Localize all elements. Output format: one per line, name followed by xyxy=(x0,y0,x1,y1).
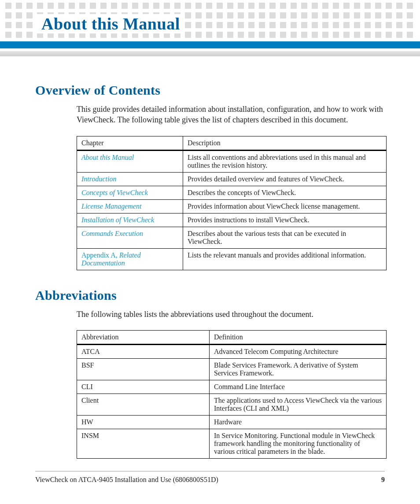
table-row: Concepts of ViewCheck Describes the conc… xyxy=(77,186,387,199)
abbreviations-table: Abbreviation Definition ATCA Advanced Te… xyxy=(77,330,387,459)
chapter-desc: Provides information about ViewCheck lic… xyxy=(183,199,387,213)
abbr-term: CLI xyxy=(77,380,210,394)
footer-page-number: 9 xyxy=(381,476,385,484)
overview-paragraph: This guide provides detailed information… xyxy=(77,104,385,125)
table-row: INSM In Service Monitoring. Functional m… xyxy=(77,429,387,458)
page-title-container: About this Manual xyxy=(37,14,184,33)
chapter-desc: Provides instructions to install ViewChe… xyxy=(183,213,387,227)
blue-divider-bar xyxy=(0,41,420,48)
abbr-def: Advanced Telecom Computing Architecture xyxy=(210,344,387,358)
section-heading-abbreviations: Abbreviations xyxy=(35,288,385,303)
table-row: HW Hardware xyxy=(77,415,387,429)
grey-divider-bar xyxy=(0,51,420,56)
abbr-term: INSM xyxy=(77,429,210,458)
chapter-link[interactable]: Installation of ViewCheck xyxy=(81,216,154,224)
table-row: About this Manual Lists all conventions … xyxy=(77,150,387,172)
chapter-link[interactable]: About this Manual xyxy=(81,154,134,161)
chapters-table: Chapter Description About this Manual Li… xyxy=(77,136,387,270)
footer-doc-title: ViewCheck on ATCA-9405 Installation and … xyxy=(35,476,218,484)
table-row: Introduction Provides detailed overview … xyxy=(77,172,387,186)
abbr-header-abbreviation: Abbreviation xyxy=(77,330,210,344)
chapter-link[interactable]: Introduction xyxy=(81,175,116,183)
table-row: ATCA Advanced Telecom Computing Architec… xyxy=(77,344,387,358)
abbr-term: ATCA xyxy=(77,344,210,358)
abbr-def: Command Line Interface xyxy=(210,380,387,394)
abbr-header-definition: Definition xyxy=(210,330,387,344)
table-row: Installation of ViewCheck Provides instr… xyxy=(77,213,387,227)
chapter-desc: Provides detailed overview and features … xyxy=(183,172,387,186)
chapter-desc: Describes the concepts of ViewCheck. xyxy=(183,186,387,199)
chapter-link[interactable]: Concepts of ViewCheck xyxy=(81,189,148,196)
page-title: About this Manual xyxy=(41,15,180,33)
table-row: Appendix A, Related Documentation Lists … xyxy=(77,248,387,270)
table-row: Commands Execution Describes about the v… xyxy=(77,227,387,248)
section-heading-overview: Overview of Contents xyxy=(35,83,385,98)
chapter-link-prefix: Appendix A, xyxy=(81,251,119,259)
abbr-term: BSF xyxy=(77,358,210,380)
chapter-link[interactable]: License Management xyxy=(81,202,141,210)
table-row: Client The applications used to Access V… xyxy=(77,394,387,415)
table-row: License Management Provides information … xyxy=(77,199,387,213)
abbr-def: Blade Services Framework. A derivative o… xyxy=(210,358,387,380)
abbr-def: Hardware xyxy=(210,415,387,429)
chapters-header-chapter: Chapter xyxy=(77,136,183,150)
chapter-desc: Lists all conventions and abbreviations … xyxy=(183,150,387,172)
table-row: CLI Command Line Interface xyxy=(77,380,387,394)
abbr-term: HW xyxy=(77,415,210,429)
chapters-header-description: Description xyxy=(183,136,387,150)
chapter-desc: Describes about the various tests that c… xyxy=(183,227,387,248)
chapter-link[interactable]: Commands Execution xyxy=(81,230,143,237)
table-row: BSF Blade Services Framework. A derivati… xyxy=(77,358,387,380)
abbr-def: The applications used to Access ViewChec… xyxy=(210,394,387,415)
abbr-term: Client xyxy=(77,394,210,415)
chapter-link[interactable]: Appendix A, Related Documentation xyxy=(81,251,141,267)
page-footer: ViewCheck on ATCA-9405 Installation and … xyxy=(35,471,385,484)
abbr-def: In Service Monitoring. Functional module… xyxy=(210,429,387,458)
abbreviations-paragraph: The following tables lists the abbreviat… xyxy=(77,309,385,320)
chapter-desc: Lists the relevant manuals and provides … xyxy=(183,248,387,270)
